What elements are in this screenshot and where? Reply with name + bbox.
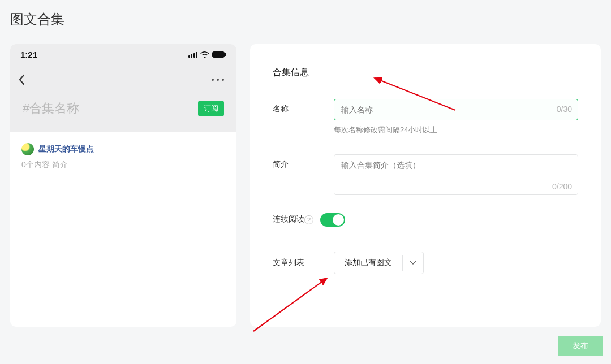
phone-status-icons	[188, 51, 227, 58]
row-read: 连续阅读 ?	[273, 212, 578, 227]
section-title: 合集信息	[273, 67, 578, 79]
desc-textarea[interactable]	[334, 155, 578, 192]
label-list: 文章列表	[273, 258, 334, 268]
signal-icon	[188, 52, 198, 58]
name-input[interactable]	[334, 99, 578, 120]
add-existing-dropdown[interactable]: 添加已有图文	[334, 252, 424, 274]
content-wrap: 1:21 #合集名称 订阅	[0, 28, 611, 327]
phone-nav	[10, 65, 236, 94]
avatar	[21, 143, 34, 155]
publish-button[interactable]: 发布	[558, 336, 603, 356]
preview-body: 星期天的车慢点 0个内容 简介	[10, 132, 236, 181]
continuous-read-toggle[interactable]	[320, 213, 345, 227]
name-char-count: 0/30	[557, 105, 572, 114]
author-name: 星期天的车慢点	[38, 144, 94, 154]
label-desc: 简介	[273, 154, 334, 170]
preview-header: #合集名称 订阅	[10, 94, 236, 132]
label-name: 名称	[273, 99, 334, 114]
wifi-icon	[200, 51, 209, 58]
help-icon[interactable]: ?	[304, 215, 313, 224]
name-input-wrap: 0/30	[334, 99, 578, 120]
row-desc: 简介 0/200	[273, 154, 578, 195]
more-icon[interactable]	[212, 79, 226, 81]
label-read: 连续阅读	[273, 214, 304, 224]
name-hint: 每次名称修改需间隔24小时以上	[334, 125, 578, 135]
meta-line: 0个内容 简介	[21, 160, 225, 170]
desc-input-wrap: 0/200	[334, 154, 578, 195]
phone-time: 1:21	[20, 50, 37, 59]
author-row: 星期天的车慢点	[21, 143, 225, 155]
row-list: 文章列表 添加已有图文	[273, 252, 578, 274]
battery-icon	[212, 51, 226, 58]
back-icon[interactable]	[18, 74, 25, 85]
phone-preview: 1:21 #合集名称 订阅	[10, 44, 236, 327]
phone-statusbar: 1:21	[10, 44, 236, 65]
subscribe-button[interactable]: 订阅	[198, 101, 224, 116]
page-title: 图文合集	[0, 0, 611, 28]
collection-name-placeholder: #合集名称	[23, 100, 79, 117]
chevron-down-icon	[402, 255, 423, 271]
desc-char-count: 0/200	[552, 182, 572, 191]
row-name: 名称 0/30 每次名称修改需间隔24小时以上	[273, 99, 578, 135]
form-panel: 合集信息 名称 0/30 每次名称修改需间隔24小时以上 简介 0/200	[250, 44, 601, 327]
add-existing-label: 添加已有图文	[334, 252, 402, 274]
